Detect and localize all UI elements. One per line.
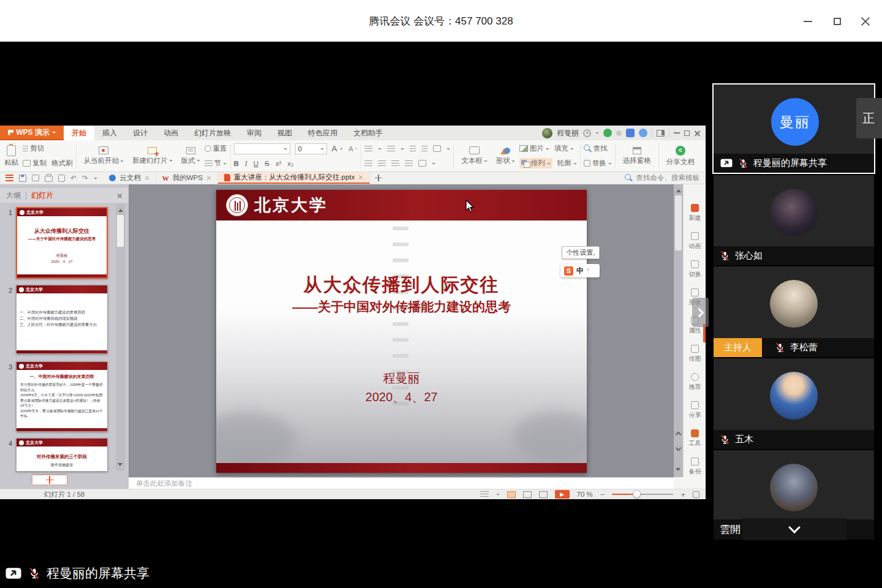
- strikethrough-button[interactable]: S: [265, 160, 270, 167]
- expand-panel-button[interactable]: [692, 298, 709, 327]
- section-button[interactable]: 节: [205, 159, 227, 168]
- shapes-button[interactable]: 形状: [492, 146, 519, 165]
- reset-button[interactable]: 重置: [205, 144, 227, 153]
- new-slide-button[interactable]: 新建幻灯片: [128, 147, 177, 165]
- canvas-scrollbar[interactable]: [674, 184, 683, 477]
- text-direction-icon[interactable]: [433, 145, 441, 152]
- wps-minimize-icon[interactable]: [674, 132, 680, 134]
- sidebar-animation-button[interactable]: 动画: [684, 232, 706, 251]
- text-box-button[interactable]: 文本框: [457, 146, 492, 165]
- print-preview-icon[interactable]: [58, 175, 65, 182]
- copy-button[interactable]: 复制: [23, 159, 47, 168]
- close-tab-icon[interactable]: [206, 176, 211, 181]
- scrollbar-thumb[interactable]: [117, 215, 124, 247]
- notes-bar[interactable]: 单击此处添加备注: [129, 477, 674, 489]
- tab-animation[interactable]: 动画: [156, 126, 186, 140]
- close-button[interactable]: [858, 13, 873, 29]
- notes-menu-icon[interactable]: [480, 491, 489, 497]
- zoom-out-icon[interactable]: −: [600, 491, 605, 499]
- fill-button[interactable]: 填充: [554, 144, 574, 153]
- slide-thumbnail-4[interactable]: 北京大学 对外传播发展的三个阶段 硬件设施建设: [16, 438, 108, 472]
- redo-icon[interactable]: ↷: [82, 175, 88, 182]
- zoom-in-icon[interactable]: +: [680, 491, 685, 499]
- sidebar-share-button[interactable]: 分享: [684, 401, 706, 420]
- undo-icon[interactable]: ↶: [70, 175, 77, 182]
- normal-view-icon[interactable]: [507, 491, 516, 498]
- slide-thumbnail-1[interactable]: 北京大学 从大众传播到人际交往 ——关于中国对外传播能力建设的思考 程曼丽 20…: [16, 207, 108, 279]
- paste-button[interactable]: 粘贴: [0, 145, 23, 167]
- font-name-combobox[interactable]: [234, 143, 290, 154]
- help-icon[interactable]: [639, 129, 647, 137]
- sidebar-recommend-button[interactable]: 推荐: [684, 373, 706, 391]
- picture-button[interactable]: 图片: [519, 144, 549, 153]
- account-avatar[interactable]: [542, 128, 552, 138]
- tab-view[interactable]: 视图: [270, 126, 300, 140]
- scroll-up-icon[interactable]: [676, 187, 681, 192]
- participant-tile-host[interactable]: 李松蕾 主持人: [714, 266, 874, 357]
- tab-review[interactable]: 审阅: [239, 126, 270, 140]
- play-from-current-button[interactable]: 从当前开始: [80, 146, 129, 165]
- numbered-list-icon[interactable]: [387, 146, 395, 152]
- ime-mode[interactable]: °: [587, 268, 589, 274]
- justify-icon[interactable]: [405, 160, 413, 167]
- scroll-down-icon[interactable]: [118, 463, 123, 469]
- scroll-down-icon[interactable]: [676, 468, 680, 473]
- format-painter-button[interactable]: 格式刷: [51, 159, 73, 168]
- tab-insert[interactable]: 插入: [94, 126, 125, 140]
- italic-button[interactable]: I: [245, 160, 247, 167]
- superscript-button[interactable]: x²: [276, 160, 282, 167]
- sidebar-upload-image-button[interactable]: 传图: [684, 345, 706, 363]
- outline-button[interactable]: 轮廓: [557, 159, 577, 168]
- reading-view-icon[interactable]: [539, 491, 548, 498]
- increase-font-button[interactable]: A＋: [332, 144, 344, 153]
- zoom-slider[interactable]: [612, 494, 673, 495]
- panel-scrollbar[interactable]: [116, 204, 125, 471]
- next-slide-icon[interactable]: [676, 445, 682, 451]
- doc-tab-current[interactable]: 重大讲座：从大众传播到人际交往.pptx: [218, 172, 370, 184]
- outline-tab[interactable]: 大纲: [6, 190, 21, 201]
- bold-button[interactable]: B: [234, 160, 239, 167]
- collapse-panel-button[interactable]: [742, 518, 846, 540]
- ime-bar[interactable]: S 中 °: [560, 264, 600, 277]
- replace-button[interactable]: 替换: [584, 159, 612, 168]
- sidebar-tools-button[interactable]: 工具: [684, 429, 706, 448]
- doc-tab-my-wps[interactable]: W 我的WPS: [156, 172, 218, 184]
- slide[interactable]: 北京大学 从大众传播到人际交往 ——关于中国对外传播能力建设的思考 程曼丽 20…: [216, 190, 587, 473]
- tab-special-apps[interactable]: 特色应用: [300, 126, 345, 140]
- participant-tile[interactable]: 张心如: [714, 175, 874, 265]
- slide-thumbnail-2[interactable]: 北京大学 一、中国对外传播能力建设的发展历程 二、中国对外传播面临的现实挑战 三…: [16, 285, 108, 354]
- slides-tab[interactable]: 幻灯片: [31, 190, 53, 201]
- wps-close-icon[interactable]: [694, 130, 701, 137]
- decrease-font-button[interactable]: A−: [349, 145, 358, 153]
- doc-tab-cloud[interactable]: 云文档: [103, 172, 156, 184]
- status-dot-icon[interactable]: [616, 130, 622, 136]
- subscript-button[interactable]: x₂: [287, 160, 293, 167]
- scrollbar-thumb[interactable]: [675, 195, 682, 251]
- cloud-drive-icon[interactable]: [603, 129, 612, 137]
- slide-sorter-icon[interactable]: [523, 491, 532, 498]
- save-icon[interactable]: [19, 175, 26, 182]
- slide-thumbnail-3[interactable]: 北京大学 一、中国对外传播建设的发展历程 在中国对外传播的发展历程中，2008年…: [16, 361, 108, 432]
- app-switch-icon[interactable]: [626, 129, 635, 137]
- close-panel-icon[interactable]: [117, 193, 123, 198]
- decrease-indent-icon[interactable]: [410, 146, 416, 152]
- previous-slide-icon[interactable]: [676, 432, 682, 438]
- participant-tile[interactable]: 五木: [714, 358, 874, 449]
- task-pane-icon[interactable]: [657, 130, 665, 137]
- close-tab-icon[interactable]: [145, 176, 149, 181]
- font-size-combobox[interactable]: 0: [295, 143, 327, 154]
- command-search[interactable]: 查找命令、搜索模板: [625, 172, 706, 184]
- find-button[interactable]: 查找: [584, 144, 608, 153]
- sidebar-transition-button[interactable]: 切换: [684, 260, 706, 279]
- layout-button[interactable]: 版式: [177, 147, 205, 165]
- arrange-button[interactable]: 排列: [519, 158, 552, 168]
- tab-slideshow[interactable]: 幻灯片放映: [186, 126, 239, 140]
- zoom-slider-knob[interactable]: [633, 490, 641, 498]
- tab-design[interactable]: 设计: [125, 126, 156, 140]
- slide-canvas[interactable]: 北京大学 从大众传播到人际交往 ——关于中国对外传播能力建设的思考 程曼丽 20…: [129, 184, 674, 477]
- line-spacing-icon[interactable]: [418, 160, 426, 167]
- ime-lang[interactable]: 中: [576, 266, 584, 276]
- cut-button[interactable]: 剪切: [23, 144, 44, 153]
- maximize-button[interactable]: [829, 13, 845, 29]
- sidebar-new-button[interactable]: 新建: [684, 204, 706, 222]
